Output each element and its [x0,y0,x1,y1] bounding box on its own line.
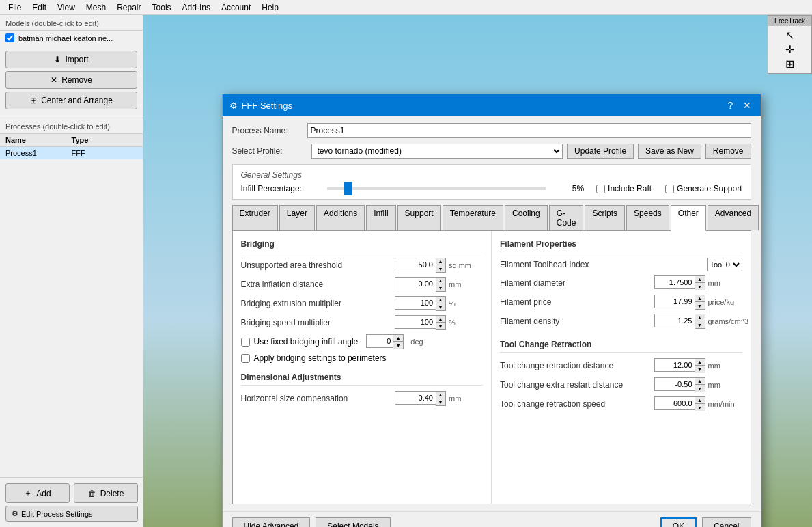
extra-inflation-spinner[interactable]: ▲ ▼ [436,277,446,292]
filament-price-up[interactable]: ▲ [695,295,705,302]
extra-restart-input[interactable] [654,377,695,391]
include-raft-check[interactable]: Include Raft [596,184,652,193]
menu-help[interactable]: Help [256,1,284,14]
fixed-angle-up[interactable]: ▲ [393,335,403,342]
menu-account[interactable]: Account [216,1,256,14]
dialog-help-button[interactable]: ? [724,98,738,112]
unsupported-spinbox[interactable]: ▲ ▼ [395,258,446,273]
save-as-new-button[interactable]: Save as New [638,144,701,159]
delete-button[interactable]: 🗑 Delete [74,483,138,503]
bridging-speed-spinner[interactable]: ▲ ▼ [436,315,446,330]
bridging-extrusion-up[interactable]: ▲ [436,297,445,303]
model-checkbox[interactable] [5,33,14,42]
retraction-dist-spinner[interactable]: ▲ ▼ [695,358,705,373]
tab-cooling[interactable]: Cooling [505,205,548,230]
apply-bridging-checkbox[interactable] [241,354,250,363]
filament-diameter-input[interactable] [654,275,695,289]
unsupported-input[interactable] [395,258,436,271]
filament-price-down[interactable]: ▼ [695,302,705,309]
fixed-angle-spinbox[interactable]: ▲ ▼ [366,334,404,349]
tab-extruder[interactable]: Extruder [232,205,278,230]
bridging-extrusion-down[interactable]: ▼ [436,303,445,310]
import-button[interactable]: ⬇ Import [5,51,137,68]
retraction-speed-spinner[interactable]: ▲ ▼ [695,396,705,411]
menu-view[interactable]: View [52,1,81,14]
horiz-comp-spinner[interactable]: ▲ ▼ [436,391,446,406]
toolhead-select[interactable]: Tool 0 [707,258,742,271]
extra-restart-spinner[interactable]: ▲ ▼ [695,377,705,392]
menu-addins[interactable]: Add-Ins [177,1,216,14]
unsupported-down[interactable]: ▼ [436,265,445,272]
tab-temperature[interactable]: Temperature [443,205,503,230]
infill-slider[interactable] [327,187,546,190]
include-raft-checkbox[interactable] [596,185,605,193]
remove-profile-button[interactable]: Remove [705,144,751,159]
filament-diameter-up[interactable]: ▲ [695,276,705,283]
bridging-speed-input[interactable] [395,315,436,329]
retraction-dist-down[interactable]: ▼ [695,366,705,373]
horiz-comp-down[interactable]: ▼ [436,398,445,405]
bridging-extrusion-input[interactable] [395,296,436,310]
extra-restart-down[interactable]: ▼ [695,385,705,392]
extra-inflation-down[interactable]: ▼ [436,284,445,291]
bridging-extrusion-spinbox[interactable]: ▲ ▼ [395,296,446,311]
horiz-comp-spinbox[interactable]: ▲ ▼ [395,391,446,406]
retraction-dist-up[interactable]: ▲ [695,359,705,366]
extra-restart-spinbox[interactable]: ▲ ▼ [654,377,705,392]
filament-diameter-spinbox[interactable]: ▲ ▼ [654,275,705,290]
filament-density-spinner[interactable]: ▲ ▼ [695,314,705,329]
unsupported-up[interactable]: ▲ [436,258,445,265]
menu-file[interactable]: File [3,1,27,14]
retraction-speed-input[interactable] [654,396,695,410]
filament-diameter-spinner[interactable]: ▲ ▼ [695,275,705,290]
tab-other[interactable]: Other [671,205,706,231]
fixed-angle-spinner[interactable]: ▲ ▼ [393,334,404,349]
generate-support-checkbox[interactable] [665,185,674,193]
filament-density-up[interactable]: ▲ [695,314,705,321]
tab-layer[interactable]: Layer [279,205,315,230]
extra-inflation-spinbox[interactable]: ▲ ▼ [395,277,446,292]
process-name-input[interactable] [307,123,751,138]
model-item[interactable]: batman michael keaton ne... [0,31,143,45]
extra-restart-up[interactable]: ▲ [695,378,705,385]
select-models-button[interactable]: Select Models [316,517,390,527]
ok-button[interactable]: OK [660,517,697,527]
edit-process-settings-button[interactable]: ⚙ Edit Process Settings [5,506,138,522]
retraction-dist-input[interactable] [654,358,695,372]
filament-price-spinbox[interactable]: ▲ ▼ [654,295,705,310]
infill-thumb[interactable] [344,182,352,195]
filament-price-input[interactable] [654,295,695,308]
fixed-angle-down[interactable]: ▼ [393,342,403,349]
menu-edit[interactable]: Edit [27,1,52,14]
tab-infill[interactable]: Infill [366,205,395,230]
filament-density-down[interactable]: ▼ [695,321,705,328]
fixed-angle-input[interactable] [366,334,393,348]
horiz-comp-up[interactable]: ▲ [436,392,445,398]
tab-additions[interactable]: Additions [316,205,365,230]
tab-gcode[interactable]: G-Code [549,205,584,230]
hide-advanced-button[interactable]: Hide Advanced [232,517,311,527]
remove-model-button[interactable]: ✕ Remove [5,71,137,89]
update-profile-button[interactable]: Update Profile [567,144,634,159]
extra-inflation-input[interactable] [395,277,436,290]
retraction-speed-up[interactable]: ▲ [695,397,705,404]
extra-inflation-up[interactable]: ▲ [436,278,445,284]
unsupported-spinner[interactable]: ▲ ▼ [436,258,446,273]
fixed-angle-checkbox[interactable] [241,338,250,347]
bridging-speed-down[interactable]: ▼ [436,323,445,329]
retraction-speed-down[interactable]: ▼ [695,404,705,411]
tab-scripts[interactable]: Scripts [585,205,625,230]
3d-viewport[interactable]: FreeTrack ↖ ✛ ⊞ ⚙ [143,15,812,527]
tab-support[interactable]: Support [397,205,441,230]
add-button[interactable]: ＋ Add [5,483,70,503]
filament-density-spinbox[interactable]: ▲ ▼ [654,314,705,329]
horiz-comp-input[interactable] [395,391,436,405]
profile-select[interactable]: tevo tornado (modified) [311,144,563,159]
dialog-close-button[interactable]: ✕ [740,98,754,112]
generate-support-check[interactable]: Generate Support [665,184,742,193]
menu-mesh[interactable]: Mesh [81,1,111,14]
tab-speeds[interactable]: Speeds [626,205,669,230]
bridging-extrusion-spinner[interactable]: ▲ ▼ [436,296,446,311]
bridging-speed-up[interactable]: ▲ [436,316,445,323]
filament-diameter-down[interactable]: ▼ [695,283,705,290]
